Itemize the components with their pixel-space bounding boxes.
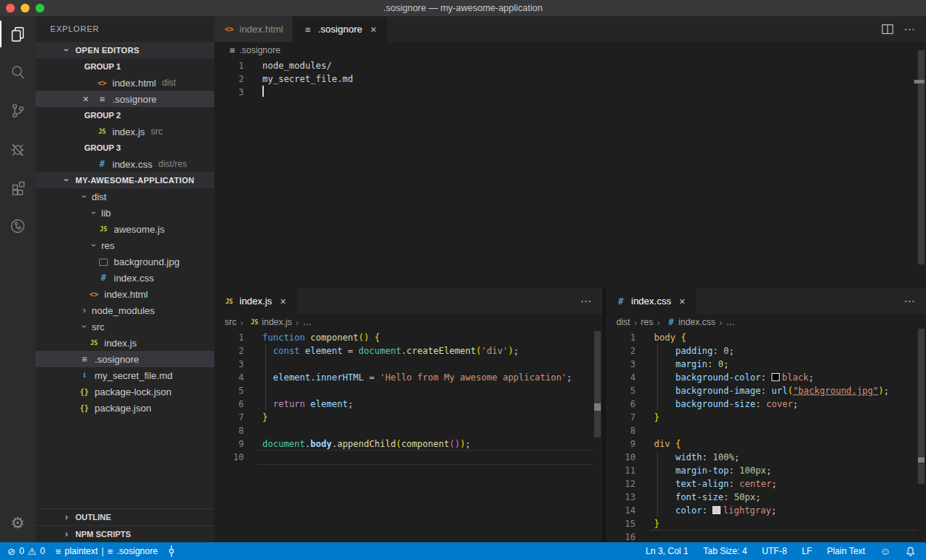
tab-index.css[interactable]: #index.css× bbox=[606, 288, 696, 314]
more-actions-icon[interactable]: ⋯ bbox=[904, 23, 916, 36]
tree-item-dist[interactable]: ›dist bbox=[35, 188, 214, 205]
outline-section[interactable]: › OUTLINE bbox=[35, 508, 214, 525]
close-icon[interactable]: × bbox=[368, 24, 378, 35]
tree-item-index.css[interactable]: #index.css bbox=[35, 270, 214, 286]
tree-item-label: lib bbox=[101, 208, 111, 219]
tree-item-lib[interactable]: ›lib bbox=[35, 205, 214, 221]
code-line[interactable]: 2 padding: 0; bbox=[606, 344, 926, 358]
code-line[interactable]: 2my_secret_file.md bbox=[214, 72, 926, 86]
open-editor-item-.sosignore[interactable]: ×≡.sosignore bbox=[35, 91, 214, 107]
feedback-smiley-icon[interactable]: ☺ bbox=[880, 542, 891, 560]
code-line[interactable]: 8 bbox=[606, 424, 926, 437]
image-file-icon bbox=[98, 256, 109, 267]
breadcrumb-item[interactable]: … bbox=[302, 317, 311, 327]
tree-item-src[interactable]: ›src bbox=[35, 318, 214, 335]
code-line[interactable]: 1node_modules/ bbox=[214, 59, 926, 72]
editor-mode-indicator[interactable]: ≡ plaintext | ≡ .sosignore bbox=[55, 542, 157, 560]
problems-indicator[interactable]: ⊘ 0 ⚠ 0 bbox=[7, 542, 45, 560]
eol-indicator[interactable]: LF bbox=[802, 542, 812, 560]
code-line[interactable]: 10 width: 100%; bbox=[606, 451, 926, 464]
code-line[interactable]: 7} bbox=[214, 411, 602, 424]
chevron-down-icon: › bbox=[61, 174, 72, 186]
code-line[interactable]: 4 element.innerHTML = 'Hello from My awe… bbox=[214, 371, 602, 384]
search-icon[interactable] bbox=[0, 55, 35, 90]
breadcrumb-item[interactable]: dist bbox=[616, 317, 630, 327]
more-actions-icon[interactable]: ⋯ bbox=[580, 295, 592, 308]
open-editor-item-index.html[interactable]: <>index.htmldist bbox=[35, 75, 214, 91]
code-line[interactable]: 3 bbox=[214, 358, 602, 371]
code-line[interactable]: 6 background-size: cover; bbox=[606, 397, 926, 411]
code-line[interactable]: 16 bbox=[606, 530, 926, 542]
tab-index.html[interactable]: <>index.html bbox=[214, 16, 292, 42]
tree-item-package.json[interactable]: {}package.json bbox=[35, 400, 214, 416]
code-line[interactable]: 12 text-align: center; bbox=[606, 477, 926, 491]
debug-icon[interactable] bbox=[0, 132, 35, 167]
breadcrumb-item[interactable]: .sosignore bbox=[239, 45, 280, 55]
code-line[interactable]: 6 return element; bbox=[214, 397, 602, 411]
more-actions-icon[interactable]: ⋯ bbox=[904, 295, 916, 308]
code-line[interactable]: 14 color: lightgray; bbox=[606, 504, 926, 517]
open-editors-header[interactable]: › OPEN EDITORS bbox=[35, 42, 214, 58]
tree-item-awesome.js[interactable]: JSawesome.js bbox=[35, 221, 214, 237]
open-editor-item-index.css[interactable]: #index.cssdist/res bbox=[35, 156, 214, 172]
tree-item-index.js[interactable]: JSindex.js bbox=[35, 335, 214, 351]
npm-scripts-section[interactable]: › NPM SCRIPTS bbox=[35, 525, 214, 542]
open-editor-item-index.js[interactable]: JSindex.jssrc bbox=[35, 123, 214, 140]
close-icon[interactable]: × bbox=[83, 93, 96, 105]
code-line[interactable]: 13 font-size: 50px; bbox=[606, 491, 926, 504]
code-editor-indexcss[interactable]: 1body {2 padding: 0;3 margin: 0;4 backgr… bbox=[606, 330, 926, 542]
editor-actions: ⋯ bbox=[904, 288, 926, 314]
breadcrumb-item[interactable]: index.css bbox=[678, 317, 715, 327]
tab-index.js[interactable]: JSindex.js× bbox=[214, 288, 297, 314]
line-number: 4 bbox=[214, 371, 262, 384]
commit-icon[interactable] bbox=[168, 542, 175, 560]
zoom-window-button[interactable] bbox=[35, 4, 44, 13]
cursor-position[interactable]: Ln 3, Col 1 bbox=[645, 542, 688, 560]
breadcrumb-item[interactable]: res bbox=[641, 317, 653, 327]
tab-size-indicator[interactable]: Tab Size: 4 bbox=[704, 542, 747, 560]
notifications-bell-icon[interactable] bbox=[905, 542, 916, 560]
code-line[interactable]: 15} bbox=[606, 517, 926, 530]
extensions-icon[interactable] bbox=[0, 170, 35, 205]
tree-item-package-lock.json[interactable]: {}package-lock.json bbox=[35, 383, 214, 400]
close-icon[interactable]: × bbox=[677, 296, 687, 307]
code-line[interactable]: 3 margin: 0; bbox=[606, 358, 926, 371]
code-editor-indexjs[interactable]: 1function component() {2 const element =… bbox=[214, 330, 602, 542]
workspace-header[interactable]: › MY-AWESOME-APPLICATION bbox=[35, 172, 214, 188]
code-line[interactable]: 2 const element = document.createElement… bbox=[214, 344, 602, 358]
tree-item-my_secret_file.md[interactable]: ⬇my_secret_file.md bbox=[35, 367, 214, 383]
code-line[interactable]: 11 margin-top: 100px; bbox=[606, 464, 926, 477]
minimize-window-button[interactable] bbox=[21, 4, 30, 13]
code-line[interactable]: 4 background-color: black; bbox=[606, 371, 926, 384]
source-control-icon[interactable] bbox=[0, 93, 35, 129]
tree-item-node_modules[interactable]: ›node_modules bbox=[35, 302, 214, 318]
tree-item-background.jpg[interactable]: background.jpg bbox=[35, 253, 214, 270]
encoding-indicator[interactable]: UTF-8 bbox=[762, 542, 787, 560]
explorer-icon[interactable] bbox=[0, 16, 35, 52]
code-editor-sosignore[interactable]: 1node_modules/2my_secret_file.md3 bbox=[214, 58, 926, 288]
code-line[interactable]: 3 bbox=[214, 86, 926, 99]
close-window-button[interactable] bbox=[6, 4, 15, 13]
code-line[interactable]: 8 bbox=[214, 424, 602, 437]
code-line[interactable]: 5 bbox=[214, 384, 602, 397]
settings-gear-icon[interactable]: ⚙ bbox=[0, 508, 35, 538]
code-line[interactable]: 1function component() { bbox=[214, 331, 602, 344]
tab-.sosignore[interactable]: ≡.sosignore× bbox=[293, 16, 387, 42]
tree-item-.sosignore[interactable]: ≡.sosignore bbox=[35, 351, 214, 367]
breadcrumb-item[interactable]: … bbox=[726, 317, 735, 327]
close-icon[interactable]: × bbox=[278, 296, 288, 307]
tree-item-index.html[interactable]: <>index.html bbox=[35, 286, 214, 302]
token: div bbox=[654, 439, 670, 449]
code-line[interactable]: 7} bbox=[606, 411, 926, 424]
dependencies-icon[interactable] bbox=[0, 208, 35, 244]
code-line[interactable]: 5 background-image: url("background.jpg"… bbox=[606, 384, 926, 397]
split-editor-icon[interactable] bbox=[882, 24, 893, 35]
breadcrumb-item[interactable]: src bbox=[225, 317, 236, 327]
code-line[interactable]: 10 bbox=[214, 451, 602, 464]
tree-item-res[interactable]: ›res bbox=[35, 237, 214, 253]
breadcrumb-item[interactable]: index.js bbox=[262, 317, 292, 327]
code-line[interactable]: 9div { bbox=[606, 437, 926, 451]
code-line[interactable]: 1body { bbox=[606, 331, 926, 344]
language-mode-indicator[interactable]: Plain Text bbox=[827, 542, 865, 560]
code-line[interactable]: 9document.body.appendChild(component()); bbox=[214, 437, 602, 451]
